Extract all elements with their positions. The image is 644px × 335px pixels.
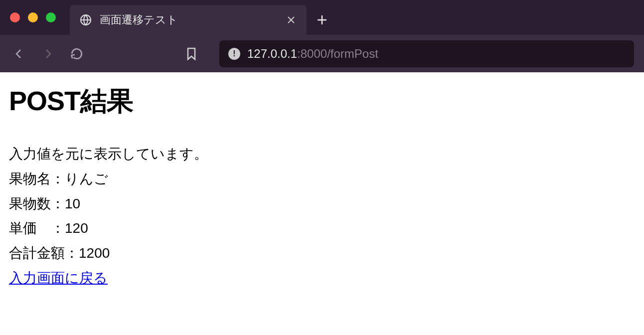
browser-chrome: 画面遷移テスト [0, 0, 644, 72]
url-host: 127.0.0.1 [247, 47, 297, 60]
fruit-name-value: りんご [65, 171, 108, 186]
back-to-input-link[interactable]: 入力画面に戻る [9, 270, 108, 286]
bookmark-button[interactable] [182, 45, 200, 63]
close-window-button[interactable] [10, 12, 20, 22]
minimize-window-button[interactable] [28, 12, 38, 22]
total-row: 合計金額：1200 [9, 241, 635, 266]
fruit-count-row: 果物数：10 [9, 191, 635, 216]
new-tab-button[interactable] [307, 14, 337, 25]
fruit-name-label: 果物名： [9, 171, 65, 186]
maximize-window-button[interactable] [46, 12, 56, 22]
forward-button[interactable] [39, 45, 57, 63]
total-label: 合計金額： [9, 245, 79, 261]
titlebar: 画面遷移テスト [0, 0, 644, 35]
unit-price-label: 単価 ： [9, 220, 65, 236]
page-content: POST結果 入力値を元に表示しています。 果物名：りんご 果物数：10 単価 … [0, 72, 644, 302]
intro-text: 入力値を元に表示しています。 [9, 142, 635, 167]
browser-tab[interactable]: 画面遷移テスト [70, 5, 307, 35]
globe-icon [79, 13, 93, 27]
reload-button[interactable] [68, 45, 86, 63]
fruit-count-value: 10 [65, 196, 80, 211]
close-tab-button[interactable] [285, 13, 298, 26]
toolbar: ! 127.0.0.1:8000/formPost [0, 35, 644, 72]
address-bar[interactable]: ! 127.0.0.1:8000/formPost [219, 40, 634, 67]
unit-price-row: 単価 ：120 [9, 216, 635, 241]
url-path: :8000/formPost [297, 47, 378, 60]
tab-title: 画面遷移テスト [100, 12, 278, 27]
page-title: POST結果 [9, 83, 635, 120]
url-text: 127.0.0.1:8000/formPost [247, 47, 378, 61]
unit-price-value: 120 [65, 220, 88, 236]
fruit-name-row: 果物名：りんご [9, 167, 635, 191]
total-value: 1200 [79, 245, 110, 261]
site-info-icon[interactable]: ! [228, 48, 240, 60]
window-controls [10, 12, 56, 22]
fruit-count-label: 果物数： [9, 196, 65, 211]
back-button[interactable] [10, 45, 28, 63]
